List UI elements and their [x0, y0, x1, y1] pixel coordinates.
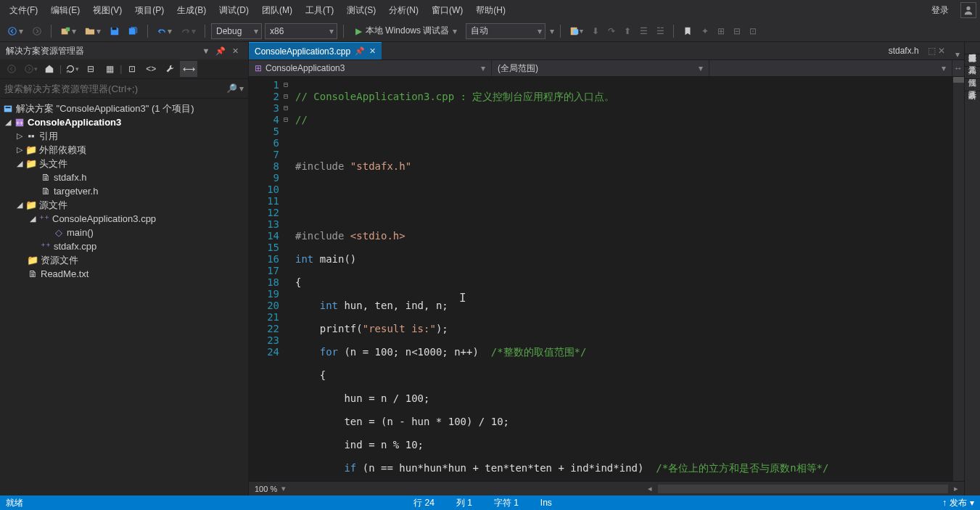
tab-overflow-icon[interactable]: ▾: [951, 49, 964, 59]
tb-icon-11[interactable]: ⊡: [746, 22, 759, 40]
view-code-icon[interactable]: <>: [142, 61, 160, 77]
code-body[interactable]: // ConsoleApplication3.cpp : 定义控制台应用程序的入…: [292, 77, 964, 481]
tree-res[interactable]: 📁资源文件: [0, 253, 248, 267]
status-col: 列 1: [456, 497, 472, 509]
tb-icon-8[interactable]: ✦: [699, 22, 712, 40]
tb-icon-5[interactable]: ☰: [637, 22, 651, 40]
vtab-properties[interactable]: 属性: [965, 67, 980, 79]
tree-label: ConsoleApplication3: [28, 117, 121, 128]
nav-member[interactable]: ▾: [709, 60, 952, 76]
menu-build[interactable]: 生成(B): [171, 1, 212, 20]
tree-file[interactable]: 🗎targetver.h: [0, 184, 248, 198]
solution-tree[interactable]: 解决方案 "ConsoleApplication3" (1 个项目) ◢++Co…: [0, 99, 248, 495]
collapse-icon[interactable]: ⊟: [82, 61, 99, 77]
tree-file[interactable]: ◢⁺⁺ConsoleApplication3.cpp: [0, 212, 248, 226]
start-debug-button[interactable]: ▶本地 Windows 调试器▾: [350, 22, 463, 40]
tree-headers[interactable]: ◢📁头文件: [0, 157, 248, 170]
tree-solution[interactable]: 解决方案 "ConsoleApplication3" (1 个项目): [0, 102, 248, 115]
tree-fn[interactable]: ◇main(): [0, 226, 248, 239]
auto-select[interactable]: 自动: [466, 23, 545, 39]
svg-rect-11: [6, 107, 11, 108]
tab-inactive[interactable]: stdafx.h⬚ ✕: [883, 42, 951, 59]
menu-debug[interactable]: 调试(D): [213, 1, 255, 20]
tree-file[interactable]: 🗎stdafx.h: [0, 170, 248, 184]
close-icon[interactable]: ✕: [228, 46, 242, 56]
new-project-button[interactable]: ▾: [57, 22, 79, 40]
hscroll-left-icon[interactable]: ◂: [648, 484, 652, 493]
nav-project[interactable]: ⊞ConsoleApplication3▾: [249, 60, 492, 76]
dropdown-icon[interactable]: ▼: [199, 46, 213, 55]
step-into-icon[interactable]: ⬇: [589, 22, 602, 40]
tree-refs[interactable]: ▷▪▪引用: [0, 129, 248, 143]
tree-label: 引用: [39, 130, 58, 143]
se-back-icon[interactable]: [3, 61, 20, 77]
undo-button[interactable]: ▾: [154, 22, 175, 40]
tree-label: targetver.h: [54, 186, 98, 197]
open-file-button[interactable]: ▾: [82, 22, 104, 40]
login-link[interactable]: 登录: [926, 1, 955, 20]
code-editor[interactable]: ⊟⊟⊟⊟ 12345678910111213141516171819202122…: [249, 77, 964, 481]
se-search-input[interactable]: [4, 83, 226, 94]
user-icon[interactable]: [960, 2, 976, 18]
tree-file[interactable]: 🗎ReadMe.txt: [0, 267, 248, 281]
se-active-icon[interactable]: ⟷: [180, 61, 197, 77]
tree-sources[interactable]: ◢📁源文件: [0, 198, 248, 212]
menubar: 文件(F) 编辑(E) 视图(V) 项目(P) 生成(B) 调试(D) 团队(M…: [0, 0, 980, 20]
vtab-diagnostics[interactable]: 诊断工具: [965, 79, 980, 91]
status-char: 字符 1: [494, 497, 519, 509]
scrollbar[interactable]: [953, 77, 964, 481]
home-icon[interactable]: [41, 61, 58, 77]
hscrollbar[interactable]: [658, 485, 948, 493]
tb-icon-1[interactable]: ▾: [567, 22, 586, 40]
menu-team[interactable]: 团队(M): [256, 1, 298, 20]
hscroll-right-icon[interactable]: ▸: [954, 484, 958, 493]
vtab-server-explorer[interactable]: 服务器资源管理器: [965, 42, 980, 54]
tb-icon-9[interactable]: ⊞: [715, 22, 728, 40]
menu-view[interactable]: 视图(V): [87, 1, 128, 20]
show-all-icon[interactable]: ▦: [101, 61, 118, 77]
menu-analyze[interactable]: 分析(N): [383, 1, 424, 20]
save-button[interactable]: [107, 22, 123, 40]
nav-fwd-button[interactable]: [29, 22, 45, 40]
zoom-dropdown-icon[interactable]: ▾: [281, 484, 286, 493]
svg-point-8: [8, 65, 16, 73]
menu-help[interactable]: 帮助(H): [470, 1, 511, 20]
split-icon[interactable]: ↔: [952, 63, 964, 73]
pin-icon[interactable]: 📌: [355, 46, 365, 56]
zoom-label[interactable]: 100 %: [255, 485, 277, 493]
tree-external[interactable]: ▷📁外部依赖项: [0, 143, 248, 157]
step-over-icon[interactable]: ↷: [605, 22, 618, 40]
nav-scope[interactable]: (全局范围)▾: [492, 60, 709, 76]
panel-titlebar: 解决方案资源管理器 ▼ 📌 ✕: [0, 42, 248, 59]
tab-active[interactable]: ConsoleApplication3.cpp📌✕: [249, 42, 382, 59]
menu-window[interactable]: 窗口(W): [426, 1, 469, 20]
refresh-icon[interactable]: ▾: [63, 61, 81, 77]
upload-icon: ↑: [942, 498, 947, 508]
nav-bar: ⊞ConsoleApplication3▾ (全局范围)▾ ▾ ↔: [249, 59, 964, 77]
tree-label: 源文件: [39, 199, 67, 212]
tree-project[interactable]: ◢++ConsoleApplication3: [0, 115, 248, 129]
menu-file[interactable]: 文件(F): [4, 1, 44, 20]
pin-icon[interactable]: 📌: [213, 46, 228, 56]
step-out-icon[interactable]: ⬆: [621, 22, 634, 40]
wrench-icon[interactable]: [161, 61, 178, 77]
publish-button[interactable]: ↑发布▾: [942, 497, 974, 509]
se-search[interactable]: 🔎 ▾: [0, 78, 248, 99]
tb-icon-6[interactable]: ☱: [654, 22, 667, 40]
nav-back-button[interactable]: ▾: [4, 22, 26, 40]
menu-project[interactable]: 项目(P): [129, 1, 170, 20]
menu-edit[interactable]: 编辑(E): [45, 1, 86, 20]
platform-select[interactable]: x86: [265, 23, 337, 39]
vtab-toolbox[interactable]: 工具箱: [965, 54, 980, 67]
config-select[interactable]: Debug: [211, 23, 262, 39]
redo-button[interactable]: ▾: [178, 22, 199, 40]
save-all-button[interactable]: [125, 22, 141, 40]
props-icon[interactable]: ⊡: [123, 61, 141, 77]
menu-test[interactable]: 测试(S): [341, 1, 382, 20]
tb-icon-10[interactable]: ⊟: [730, 22, 744, 40]
tree-file[interactable]: ⁺⁺stdafx.cpp: [0, 239, 248, 253]
close-icon[interactable]: ✕: [369, 46, 376, 56]
se-fwd-icon[interactable]: ▾: [22, 61, 39, 77]
menu-tools[interactable]: 工具(T): [300, 1, 339, 20]
bookmark-icon[interactable]: [680, 22, 696, 40]
